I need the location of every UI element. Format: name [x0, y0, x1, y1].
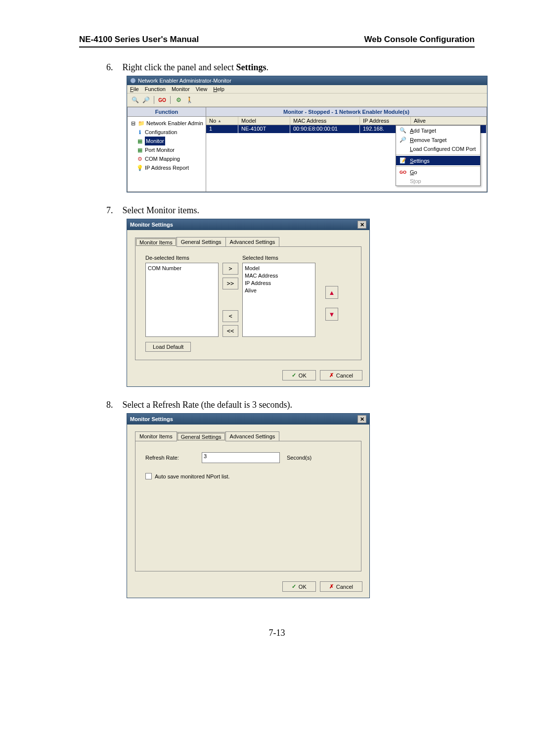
dialog-2-footer: ✓OK ✗Cancel: [127, 576, 369, 598]
com-mapping-icon: ⚙: [136, 155, 143, 162]
cell-no: 1: [206, 125, 238, 133]
app-window: Network Enabler Administrator-Monitor Fi…: [127, 76, 488, 192]
move-up-button[interactable]: ▲: [325, 286, 338, 299]
tree-item-monitor[interactable]: ▦ Monitor: [136, 137, 204, 145]
tb-stop-icon[interactable]: 🚶: [184, 95, 194, 105]
cell-mac: 00:90:E8:00:00:01: [290, 125, 360, 133]
header-right: Web Console Configuration: [364, 35, 475, 45]
tab-advanced-settings[interactable]: Advanced Settings: [225, 431, 280, 441]
menu-help[interactable]: Help: [213, 86, 224, 92]
deselected-listbox[interactable]: COM Number: [145, 263, 219, 337]
menu-file[interactable]: File: [130, 86, 139, 92]
col-no[interactable]: No ▲: [206, 117, 238, 125]
list-item[interactable]: COM Number: [148, 265, 216, 272]
tree-port-monitor-label: Port Monitor: [145, 145, 175, 154]
tree-collapse-icon[interactable]: ⊟: [130, 120, 136, 127]
toolbar-divider-2: [170, 96, 171, 104]
ok-button[interactable]: ✓OK: [282, 370, 316, 380]
seconds-label: Second(s): [287, 455, 312, 461]
tree-root[interactable]: ⊟ 📁 Network Enabler Admin: [130, 119, 204, 128]
step-8: 8. Select a Refresh Rate (the default is…: [106, 400, 475, 410]
ctx-separator-2: [396, 166, 480, 167]
menu-function[interactable]: Function: [145, 86, 166, 92]
monitor-items-panel: De-selected Items COM Number > >> < << S…: [135, 246, 361, 360]
step-6-text-b: Settings: [236, 62, 266, 72]
cancel-icon: ✗: [329, 583, 334, 590]
app-titlebar: Network Enabler Administrator-Monitor: [127, 76, 487, 85]
tree-ip-report-label: IP Address Report: [145, 163, 189, 172]
right-panel-header: Monitor - Stopped - 1 Network Enabler Mo…: [206, 107, 487, 117]
ctx-load-com[interactable]: Load Configured COM Port: [396, 144, 480, 153]
app-title: Network Enabler Administrator-Monitor: [138, 78, 231, 84]
tree-root-label: Network Enabler Admin: [146, 119, 203, 128]
auto-save-checkbox[interactable]: [145, 473, 152, 479]
ctx-add-target[interactable]: 🔍 Add Target: [396, 126, 480, 135]
tb-com-icon[interactable]: ⚙: [174, 95, 183, 105]
tab-general-settings[interactable]: General Settings: [177, 432, 226, 441]
col-model[interactable]: Model: [238, 117, 290, 125]
menubar: File Function Monitor View Help: [127, 85, 487, 94]
cancel-button[interactable]: ✗Cancel: [320, 581, 362, 592]
step-7-num: 7.: [106, 205, 120, 216]
deselected-label: De-selected Items: [145, 255, 219, 261]
tb-go-icon[interactable]: GO: [157, 95, 167, 105]
grid-header-row: No ▲ Model MAC Address IP Address Alive: [206, 117, 487, 125]
tb-find-icon[interactable]: 🔍: [130, 95, 140, 105]
move-right-button[interactable]: >: [222, 263, 238, 275]
ctx-go[interactable]: GO Go: [396, 168, 480, 177]
header-left: NE-4100 Series User's Manual: [79, 35, 199, 45]
col-ip[interactable]: IP Address: [360, 117, 411, 125]
close-button[interactable]: ✕: [357, 221, 366, 229]
menu-monitor[interactable]: Monitor: [172, 86, 190, 92]
ctx-remove-target[interactable]: 🔎 Remove Target: [396, 135, 480, 144]
tree-item-com-mapping[interactable]: ⚙ COM Mapping: [136, 154, 204, 163]
ctx-separator-1: [396, 154, 480, 155]
go-icon: GO: [399, 170, 407, 175]
close-button[interactable]: ✕: [357, 415, 366, 423]
dialog-2-titlebar: Monitor Settings ✕: [127, 414, 369, 425]
dialog-1-tabs: Monitor Items General Settings Advanced …: [135, 237, 361, 246]
tree-item-config[interactable]: ℹ Configuration: [136, 128, 204, 137]
ctx-settings[interactable]: 📝 Settings: [396, 156, 480, 165]
move-right-all-button[interactable]: >>: [222, 278, 238, 289]
move-left-button[interactable]: <: [222, 310, 238, 322]
cancel-button[interactable]: ✗Cancel: [320, 370, 362, 380]
monitor-settings-dialog-2: Monitor Settings ✕ Monitor Items General…: [127, 413, 370, 598]
page-number: 7-13: [79, 628, 475, 638]
tab-general-settings[interactable]: General Settings: [177, 237, 226, 246]
folder-icon: 📁: [138, 120, 145, 127]
remove-target-icon: 🔎: [399, 137, 407, 143]
dialog-2-title: Monitor Settings: [130, 416, 173, 422]
dialog-1-title: Monitor Settings: [130, 222, 173, 228]
col-alive[interactable]: Alive: [411, 117, 487, 125]
menu-view[interactable]: View: [196, 86, 208, 92]
port-monitor-icon: ▦: [136, 146, 143, 153]
monitor-settings-dialog-1: Monitor Settings ✕ Monitor Items General…: [127, 219, 370, 387]
tab-monitor-items[interactable]: Monitor Items: [135, 431, 177, 441]
list-item[interactable]: Alive: [245, 287, 313, 294]
list-item[interactable]: MAC Address: [245, 272, 313, 280]
col-mac[interactable]: MAC Address: [290, 117, 360, 125]
auto-save-label: Auto save monitored NPort list.: [155, 473, 230, 479]
auto-save-row[interactable]: Auto save monitored NPort list.: [145, 473, 351, 479]
ok-button[interactable]: ✓OK: [282, 581, 316, 592]
selected-listbox[interactable]: Model MAC Address IP Address Alive: [242, 263, 315, 337]
list-item[interactable]: IP Address: [245, 280, 313, 287]
monitor-icon: ▦: [136, 138, 143, 144]
list-item[interactable]: Model: [245, 265, 313, 272]
tab-monitor-items[interactable]: Monitor Items: [135, 237, 177, 247]
tab-advanced-settings[interactable]: Advanced Settings: [225, 237, 280, 246]
tree-item-ip-report[interactable]: 💡 IP Address Report: [136, 163, 204, 172]
move-left-all-button[interactable]: <<: [222, 325, 238, 337]
load-default-button[interactable]: Load Default: [145, 342, 191, 352]
sort-asc-icon: ▲: [218, 119, 222, 123]
settings-icon: 📝: [399, 157, 407, 164]
move-down-button[interactable]: ▼: [325, 308, 338, 321]
refresh-rate-input[interactable]: 3: [202, 452, 280, 463]
tree-item-port-monitor[interactable]: ▦ Port Monitor: [136, 145, 204, 154]
tb-locate-icon[interactable]: 🔎: [141, 95, 151, 105]
grid-body[interactable]: 1 NE-4100T 00:90:E8:00:00:01 192.168. 🔍 …: [206, 125, 487, 191]
info-icon: ℹ: [136, 129, 143, 136]
step-7: 7. Select Monitor items.: [106, 205, 475, 216]
cancel-icon: ✗: [329, 372, 334, 378]
